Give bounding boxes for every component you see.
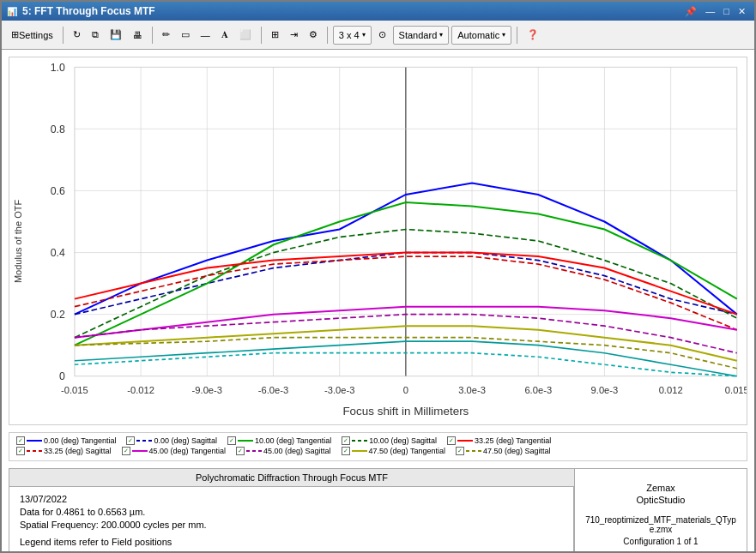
legend-line-45t — [132, 450, 148, 452]
refresh-button[interactable]: ↻ — [69, 25, 85, 45]
legend-item-45s: ✓ 45.00 (deg) Sagittal — [236, 447, 331, 455]
help-button[interactable]: ❓ — [523, 25, 543, 45]
toolbar: ⊞ Settings ↻ ⧉ 💾 🖶 ✏ ▭ — 𝐀 ⬜ ⊞ ⇥ ⚙ 3 x 4… — [2, 21, 754, 50]
legend-check-10s: ✓ — [342, 436, 350, 445]
legend-line-475t — [352, 450, 367, 452]
window-icon: 📊 — [7, 7, 17, 16]
legend-check-45t: ✓ — [122, 447, 130, 455]
info-data-range: Data for 0.4861 to 0.6563 µm. — [20, 507, 563, 517]
legend-check-475t: ✓ — [342, 447, 350, 455]
standard-label: Standard — [399, 30, 438, 40]
separator-4 — [327, 27, 328, 44]
cycle-button[interactable]: ⊙ — [374, 25, 390, 45]
svg-text:0.012: 0.012 — [659, 385, 683, 395]
pencil-icon: ✏ — [162, 29, 170, 40]
info-filename: 710_reoptimized_MTF_materials_QType.zmx — [585, 515, 736, 534]
legend-label-33t: 33.25 (deg) Tangential — [475, 436, 551, 445]
settings-icon: ⊞ — [11, 29, 19, 40]
export-icon: ⇥ — [290, 29, 298, 40]
chart-svg-area: 1.0 0.8 0.6 0.4 0.2 0 -0.015 -0.012 -9.0… — [27, 57, 747, 424]
main-window: 📊 5: FFT Through Focus MTF 📌 — □ ✕ ⊞ Set… — [0, 0, 756, 553]
text-button[interactable]: 𝐀 — [217, 25, 233, 45]
y-axis-label: Modulus of the OTF — [9, 57, 27, 424]
minimize-button[interactable]: — — [702, 5, 718, 18]
svg-text:0.2: 0.2 — [51, 309, 65, 321]
title-bar-left: 📊 5: FFT Through Focus MTF — [7, 5, 155, 17]
automatic-label: Automatic — [457, 30, 499, 40]
save-button[interactable]: 💾 — [106, 25, 126, 45]
svg-text:-0.015: -0.015 — [61, 385, 88, 395]
svg-text:0: 0 — [403, 385, 408, 395]
content-area: Modulus of the OTF — [2, 50, 754, 551]
copy-button[interactable]: ⧉ — [88, 25, 103, 45]
legend-line-10s — [352, 440, 367, 442]
svg-text:-3.0e-3: -3.0e-3 — [324, 385, 354, 395]
automatic-dropdown[interactable]: Automatic ▾ — [451, 26, 511, 45]
chart-container: Modulus of the OTF — [9, 57, 747, 425]
svg-text:6.0e-3: 6.0e-3 — [524, 385, 552, 395]
print-icon: 🖶 — [133, 30, 142, 40]
cycle-icon: ⊙ — [378, 29, 386, 40]
separator-5 — [517, 27, 517, 44]
legend-line-475s — [466, 450, 481, 452]
clear-button[interactable]: ⬜ — [235, 25, 256, 45]
info-software: OpticStudio — [585, 495, 736, 505]
rect-button[interactable]: ▭ — [177, 25, 194, 45]
svg-text:-0.012: -0.012 — [127, 385, 154, 395]
chart-area: Modulus of the OTF — [2, 50, 754, 429]
svg-text:9.0e-3: 9.0e-3 — [591, 385, 619, 395]
legend-line-10t — [238, 440, 253, 442]
info-panel-main: Polychromatic Diffraction Through Focus … — [9, 469, 575, 551]
pencil-button[interactable]: ✏ — [158, 25, 174, 45]
info-spatial-freq: Spatial Frequency: 200.0000 cycles per m… — [20, 520, 563, 530]
title-bar-controls[interactable]: 📌 — □ ✕ — [681, 5, 749, 18]
copy-icon: ⧉ — [92, 29, 99, 40]
legend-item-45t: ✓ 45.00 (deg) Tangential — [122, 447, 226, 455]
svg-text:-9.0e-3: -9.0e-3 — [192, 385, 222, 395]
legend-line-33s — [27, 450, 42, 452]
legend-check-33t: ✓ — [447, 436, 456, 445]
print-button[interactable]: 🖶 — [129, 25, 147, 45]
automatic-arrow: ▾ — [502, 31, 505, 39]
line-button[interactable]: — — [197, 25, 215, 45]
restore-button[interactable]: □ — [720, 5, 733, 18]
legend-item-33s: ✓ 33.25 (deg) Sagittal — [16, 447, 112, 455]
legend-line-0s — [136, 440, 152, 442]
grid-icon: ⊞ — [271, 29, 279, 40]
clear-icon: ⬜ — [239, 29, 251, 40]
legend-label-0s: 0.00 (deg) Sagittal — [154, 436, 217, 445]
svg-text:0.4: 0.4 — [51, 247, 65, 259]
legend-check-45s: ✓ — [236, 447, 245, 455]
info-title: Polychromatic Diffraction Through Focus … — [9, 469, 574, 487]
legend-label-33s: 33.25 (deg) Sagittal — [44, 447, 112, 455]
legend-label-45s: 45.00 (deg) Sagittal — [263, 447, 331, 455]
line-icon: — — [201, 30, 210, 40]
svg-text:Focus shift in Millimeters: Focus shift in Millimeters — [342, 405, 469, 418]
help-icon: ❓ — [527, 29, 539, 40]
svg-text:-6.0e-3: -6.0e-3 — [258, 385, 288, 395]
chart-inner: 1.0 0.8 0.6 0.4 0.2 0 -0.015 -0.012 -9.0… — [27, 57, 747, 424]
info-panel: Polychromatic Diffraction Through Focus … — [9, 468, 747, 551]
legend-check-475s: ✓ — [456, 447, 464, 455]
analyze-button[interactable]: ⚙ — [305, 25, 322, 45]
legend-check-0t: ✓ — [16, 436, 25, 445]
legend-item-0s: ✓ 0.00 (deg) Sagittal — [126, 436, 217, 445]
settings-button[interactable]: ⊞ Settings — [7, 25, 57, 45]
legend-item-10t: ✓ 10.00 (deg) Tangential — [227, 436, 331, 445]
standard-dropdown[interactable]: Standard ▾ — [393, 26, 450, 45]
grid-toggle-button[interactable]: ⊞ — [267, 25, 283, 45]
text-icon: 𝐀 — [221, 29, 228, 40]
legend-item-475s: ✓ 47.50 (deg) Sagittal — [456, 447, 551, 455]
separator-3 — [261, 27, 262, 44]
save-icon: 💾 — [110, 29, 122, 40]
svg-text:0: 0 — [59, 370, 65, 382]
title-bar-pin[interactable]: 📌 — [681, 5, 700, 18]
export-button[interactable]: ⇥ — [286, 25, 302, 45]
info-company: Zemax — [585, 483, 736, 493]
close-button[interactable]: ✕ — [735, 5, 749, 18]
svg-text:3.0e-3: 3.0e-3 — [458, 385, 486, 395]
legend-item-0t: ✓ 0.00 (deg) Tangential — [16, 436, 116, 445]
legend-line-33t — [457, 440, 473, 442]
grid-size-dropdown[interactable]: 3 x 4 ▾ — [333, 26, 372, 45]
legend-row-1: ✓ 0.00 (deg) Tangential ✓ 0.00 (deg) Sag… — [16, 436, 740, 445]
